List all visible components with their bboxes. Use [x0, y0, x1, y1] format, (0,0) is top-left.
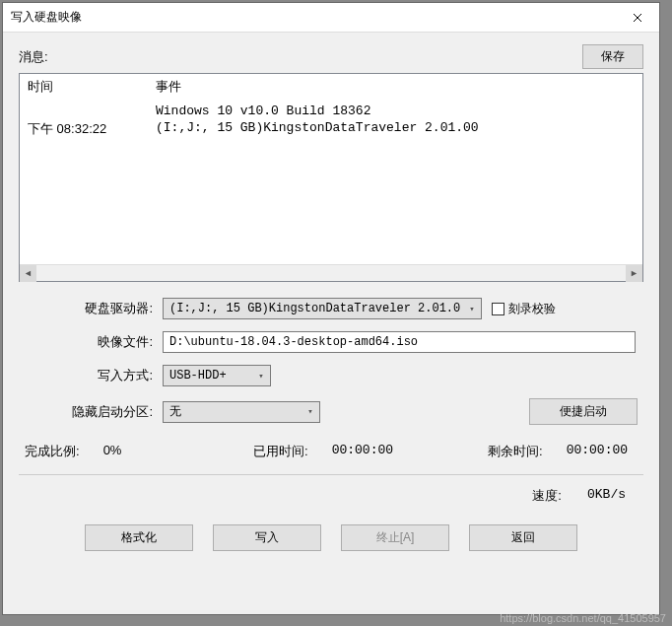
speed-value: 0KB/s: [587, 487, 626, 505]
close-icon: [633, 9, 642, 27]
log-event-cell: Windows 10 v10.0 Build 18362: [156, 104, 635, 118]
drive-value: (I:,J:, 15 GB)KingstonDataTraveler 2.01.…: [164, 302, 463, 315]
form-area: 硬盘驱动器: (I:,J:, 15 GB)KingstonDataTravele…: [19, 282, 643, 437]
chevron-down-icon: ▾: [463, 304, 481, 314]
progress-label: 完成比例:: [25, 443, 80, 460]
speed-row: 速度: 0KB/s: [19, 483, 643, 505]
log-time-cell: 下午 08:32:22: [28, 120, 156, 138]
button-row: 格式化 写入 终止[A] 返回: [19, 505, 643, 557]
log-row: 下午 08:32:22 (I:,J:, 15 GB)KingstonDataTr…: [28, 120, 635, 138]
remaining-label: 剩余时间:: [488, 443, 543, 460]
close-button[interactable]: [616, 3, 659, 33]
window-title: 写入硬盘映像: [11, 9, 82, 26]
divider: [19, 474, 643, 475]
verify-checkbox[interactable]: [492, 303, 504, 315]
elapsed-label: 已用时间:: [253, 443, 308, 460]
log-col-event: 事件: [156, 78, 635, 96]
write-button[interactable]: 写入: [213, 524, 321, 551]
chevron-down-icon: ▾: [252, 371, 270, 382]
hide-partition-label: 隐藏启动分区:: [25, 403, 163, 421]
dialog-window: 写入硬盘映像 消息: 保存 时间 事件 Windows 10 v10.0 Bui…: [2, 2, 660, 615]
return-button[interactable]: 返回: [469, 524, 577, 551]
log-body: 时间 事件 Windows 10 v10.0 Build 18362 下午 08…: [20, 74, 642, 264]
horizontal-scrollbar[interactable]: ◄ ►: [20, 264, 642, 281]
write-method-row: 写入方式: USB-HDD+ ▾: [25, 365, 638, 386]
scroll-right-icon[interactable]: ►: [626, 265, 642, 282]
log-column-header: 时间 事件: [28, 78, 635, 96]
drive-select[interactable]: (I:,J:, 15 GB)KingstonDataTraveler 2.01.…: [163, 298, 482, 319]
log-col-time: 时间: [28, 78, 156, 96]
chevron-down-icon: ▾: [302, 406, 319, 417]
write-method-label: 写入方式:: [25, 367, 163, 384]
remaining-value: 00:00:00: [567, 443, 628, 460]
drive-label: 硬盘驱动器:: [25, 300, 163, 317]
speed-label: 速度:: [532, 487, 562, 505]
write-method-select[interactable]: USB-HDD+ ▾: [163, 365, 271, 386]
watermark: https://blog.csdn.net/qq_41505957: [500, 612, 666, 624]
hide-partition-row: 隐藏启动分区: 无 ▾ 便捷启动: [25, 398, 638, 425]
save-button[interactable]: 保存: [582, 44, 643, 69]
message-label: 消息:: [19, 48, 48, 66]
log-time-cell: [28, 104, 156, 118]
log-event-cell: (I:,J:, 15 GB)KingstonDataTraveler 2.01.…: [156, 120, 635, 138]
stop-button[interactable]: 终止[A]: [341, 524, 449, 551]
image-row: 映像文件:: [25, 331, 638, 353]
drive-row: 硬盘驱动器: (I:,J:, 15 GB)KingstonDataTravele…: [25, 298, 638, 319]
hide-partition-select[interactable]: 无 ▾: [163, 401, 320, 423]
log-panel: 时间 事件 Windows 10 v10.0 Build 18362 下午 08…: [19, 73, 643, 282]
elapsed-value: 00:00:00: [332, 443, 393, 460]
log-row: Windows 10 v10.0 Build 18362: [28, 104, 635, 118]
image-label: 映像文件:: [25, 333, 163, 351]
write-method-value: USB-HDD+: [164, 369, 252, 383]
titlebar: 写入硬盘映像: [3, 3, 659, 33]
content-area: 消息: 保存 时间 事件 Windows 10 v10.0 Build 1836…: [3, 33, 659, 614]
status-row: 完成比例: 0% 已用时间: 00:00:00 剩余时间: 00:00:00: [19, 437, 643, 460]
format-button[interactable]: 格式化: [85, 524, 193, 551]
scroll-left-icon[interactable]: ◄: [20, 265, 36, 282]
hide-partition-value: 无: [164, 403, 302, 420]
progress-value: 0%: [103, 443, 122, 460]
message-header: 消息: 保存: [19, 44, 643, 69]
verify-checkbox-wrap[interactable]: 刻录校验: [492, 301, 556, 317]
image-file-input[interactable]: [163, 331, 636, 353]
quick-boot-button[interactable]: 便捷启动: [529, 398, 638, 425]
verify-label: 刻录校验: [508, 301, 556, 317]
